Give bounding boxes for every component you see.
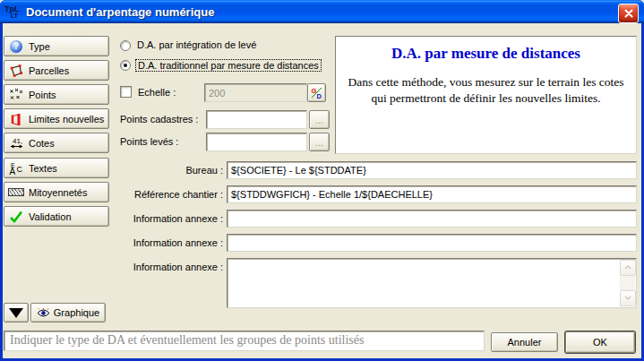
sidebar-item-validation[interactable]: Validation <box>4 206 109 227</box>
info-annexe-1-label: Information annexe : <box>117 213 223 224</box>
sidebar-item-mitoyennetes[interactable]: Mitoyennetés <box>4 182 109 202</box>
sidebar-item-cotes[interactable]: 41, Cotes <box>4 133 109 153</box>
sidebar-item-label: Textes <box>29 163 57 174</box>
description-body: Dans cette méthode, vous mesurez sur le … <box>336 74 636 107</box>
scatter-points-icon <box>8 88 24 102</box>
description-panel: D.A. par mesure de distances Dans cette … <box>335 36 637 154</box>
echelle-checkbox[interactable] <box>120 86 132 98</box>
graphique-button[interactable]: Graphique <box>30 303 106 322</box>
sidebar-item-points[interactable]: Points <box>4 84 109 105</box>
close-icon <box>624 9 633 18</box>
ok-button[interactable]: OK <box>565 331 635 353</box>
points-leves-input[interactable] <box>206 133 307 151</box>
status-bar: Indiquer le type de DA et éventuellement… <box>4 331 485 351</box>
dialog-window: TpL LT Document d'arpentage numérique ? … <box>0 0 644 361</box>
sidebar-item-label: Mitoyennetés <box>29 187 87 198</box>
sidebar-item-type[interactable]: ? Type <box>4 36 109 56</box>
radio-da-integration-label[interactable]: D.A. par intégration de levé <box>137 39 256 50</box>
sidebar-item-parcelles[interactable]: Parcelles <box>4 60 109 81</box>
sidebar-item-label: Type <box>29 41 50 52</box>
scroll-down-button[interactable] <box>620 290 636 306</box>
points-cadastres-label: Points cadastres : <box>120 114 198 125</box>
parcel-polygon-icon <box>8 64 24 78</box>
svg-text:A: A <box>10 167 16 176</box>
svg-text:C: C <box>17 164 23 173</box>
hatch-bar-icon <box>8 185 24 200</box>
info-annexe-2-label: Information annexe : <box>117 237 223 248</box>
chevron-down-icon <box>624 296 631 300</box>
points-cadastres-input[interactable] <box>206 110 307 129</box>
annuler-button[interactable]: Annuler <box>491 332 558 352</box>
title-bar: TpL LT Document d'arpentage numérique <box>0 0 644 23</box>
app-icon: TpL LT <box>4 4 22 20</box>
collapse-button[interactable] <box>4 303 29 322</box>
window-title: Document d'arpentage numérique <box>26 5 214 19</box>
sidebar-item-limites-nouvelles[interactable]: Limites nouvelles <box>4 108 109 129</box>
svg-text:D: D <box>317 92 322 99</box>
sidebar-item-label: Parcelles <box>29 65 69 76</box>
echelle-side-button[interactable]: G D <box>307 83 326 102</box>
dialog-content: ? Type Parcelles <box>3 23 641 358</box>
chevron-up-icon <box>624 265 631 270</box>
description-title: D.A. par mesure de distances <box>336 45 636 63</box>
reference-chantier-input[interactable] <box>227 185 637 203</box>
info-annexe-2-input[interactable] <box>227 234 637 252</box>
close-button[interactable] <box>618 4 639 23</box>
help-icon: ? <box>8 39 24 54</box>
triangle-down-icon <box>9 308 23 318</box>
scroll-up-button[interactable] <box>620 260 636 276</box>
sidebar-item-textes[interactable]: E A C Textes <box>4 158 109 178</box>
radio-da-traditionnel[interactable] <box>120 60 131 71</box>
echelle-label: Echelle : <box>138 87 176 98</box>
letters-icon: E A C <box>8 161 24 176</box>
bureau-input[interactable] <box>227 161 637 179</box>
sidebar-item-label: Limites nouvelles <box>29 114 104 125</box>
sidebar-item-label: Validation <box>29 211 72 222</box>
svg-text:41,: 41, <box>13 137 22 145</box>
radio-da-traditionnel-label[interactable]: D.A. traditionnel par mesure de distance… <box>135 59 322 72</box>
textarea-scrollbar[interactable] <box>620 260 635 306</box>
green-check-icon <box>8 210 24 224</box>
bureau-label: Bureau : <box>117 165 223 176</box>
new-limits-icon <box>8 112 24 126</box>
reference-chantier-label: Référence chantier : <box>117 189 223 200</box>
graphique-label: Graphique <box>54 307 99 318</box>
radio-da-integration[interactable] <box>120 40 131 51</box>
gd-swap-icon: G D <box>311 87 322 99</box>
echelle-input[interactable] <box>204 83 307 102</box>
points-cadastres-browse-button[interactable]: ... <box>309 110 330 129</box>
dimension-icon: 41, <box>8 136 24 150</box>
sidebar-item-label: Points <box>29 90 56 100</box>
info-annexe-3-label: Information annexe : <box>117 262 223 272</box>
sidebar-item-label: Cotes <box>29 138 55 149</box>
points-leves-browse-button[interactable]: ... <box>309 133 330 151</box>
eye-icon <box>37 308 50 318</box>
points-leves-label: Points levés : <box>120 136 178 147</box>
info-annexe-1-input[interactable] <box>227 210 637 228</box>
info-annexe-3-textarea[interactable] <box>227 258 637 308</box>
